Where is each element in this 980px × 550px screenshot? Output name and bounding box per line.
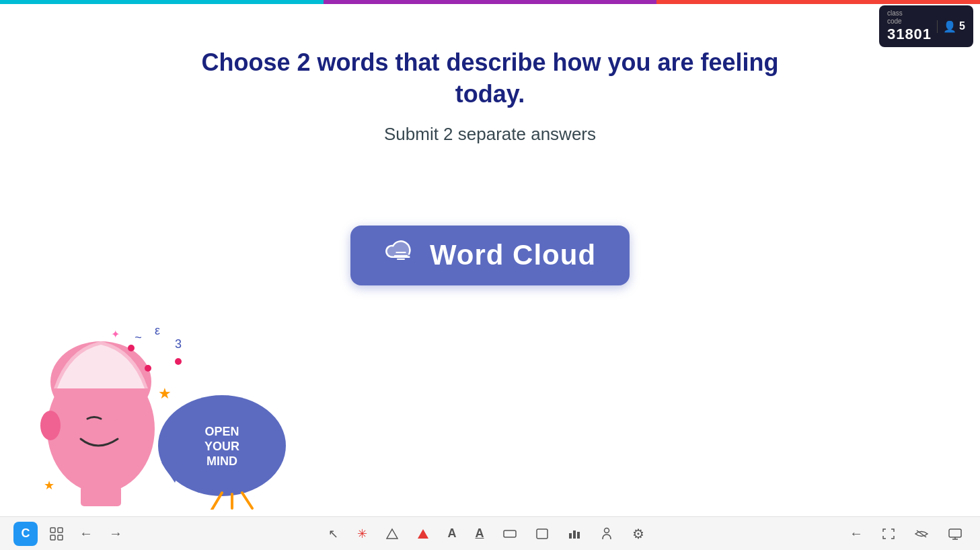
- svg-rect-33: [504, 530, 516, 537]
- nav-expand-button[interactable]: [878, 525, 899, 543]
- svg-rect-35: [569, 533, 572, 539]
- svg-marker-32: [418, 529, 428, 539]
- person-tool-button[interactable]: [596, 524, 617, 543]
- text-tool-button[interactable]: A: [444, 524, 461, 543]
- eye-slash-button[interactable]: [910, 525, 933, 543]
- svg-text:ε: ε: [155, 324, 160, 337]
- top-progress-bar: [0, 0, 980, 4]
- chart-tool-button[interactable]: [564, 525, 585, 543]
- progress-segment-2: [324, 0, 656, 4]
- word-cloud-icon: [384, 239, 418, 272]
- back-button[interactable]: ←: [75, 523, 97, 544]
- bottom-toolbar: C ← → ↖ ✳ A A: [0, 516, 980, 550]
- svg-text:★: ★: [158, 385, 172, 402]
- nav-back-button[interactable]: ←: [845, 523, 867, 544]
- toolbar-right: ←: [845, 523, 967, 544]
- forward-button[interactable]: →: [105, 523, 126, 544]
- svg-text:~: ~: [135, 331, 142, 344]
- laser-tool-button[interactable]: ✳: [353, 524, 371, 544]
- logo-button[interactable]: C: [13, 522, 38, 546]
- grid-button[interactable]: [46, 524, 67, 543]
- svg-point-5: [40, 411, 61, 440]
- svg-text:YOUR: YOUR: [204, 440, 239, 453]
- svg-text:OPEN: OPEN: [204, 425, 239, 438]
- question-title: Choose 2 words that describe how you are…: [188, 47, 793, 110]
- svg-point-15: [175, 358, 182, 365]
- svg-point-13: [128, 345, 135, 351]
- pointer-tool-button[interactable]: ↖: [324, 524, 342, 544]
- svg-text:✦: ✦: [111, 329, 120, 340]
- svg-text:3: 3: [175, 337, 182, 351]
- triangle-outline-button[interactable]: [382, 525, 402, 543]
- subtitle: Submit 2 separate answers: [384, 124, 596, 145]
- toolbar-left: C ← →: [13, 522, 126, 546]
- svg-rect-37: [577, 532, 580, 539]
- eraser-tool-button[interactable]: [499, 525, 521, 543]
- svg-point-14: [145, 365, 151, 372]
- progress-segment-1: [0, 0, 324, 4]
- toolbar-center: ↖ ✳ A A: [324, 523, 648, 545]
- highlight-tool-button[interactable]: A: [472, 524, 488, 543]
- triangle-filled-button[interactable]: [413, 525, 433, 543]
- svg-rect-27: [50, 528, 55, 532]
- open-mind-illustration: OPEN YOUR MIND ★ ~ ε 3 ✦ ★: [13, 294, 303, 510]
- svg-text:MIND: MIND: [206, 454, 237, 468]
- word-cloud-button[interactable]: Word Cloud: [350, 226, 630, 285]
- svg-rect-34: [537, 529, 548, 539]
- main-content: Choose 2 words that describe how you are…: [0, 20, 980, 285]
- svg-rect-28: [58, 528, 63, 532]
- svg-point-38: [604, 528, 609, 532]
- svg-line-22: [242, 493, 252, 508]
- screen-share-button[interactable]: [944, 525, 967, 543]
- svg-rect-29: [50, 535, 55, 540]
- svg-marker-31: [387, 529, 398, 539]
- settings-tool-button[interactable]: ⚙: [628, 523, 648, 545]
- word-cloud-button-label: Word Cloud: [430, 239, 596, 271]
- svg-rect-30: [58, 535, 63, 540]
- shape-tool-button[interactable]: [531, 525, 553, 543]
- progress-segment-3: [656, 0, 980, 4]
- svg-rect-40: [949, 529, 961, 537]
- svg-text:★: ★: [44, 479, 54, 492]
- svg-rect-6: [81, 486, 121, 506]
- svg-rect-36: [573, 530, 576, 539]
